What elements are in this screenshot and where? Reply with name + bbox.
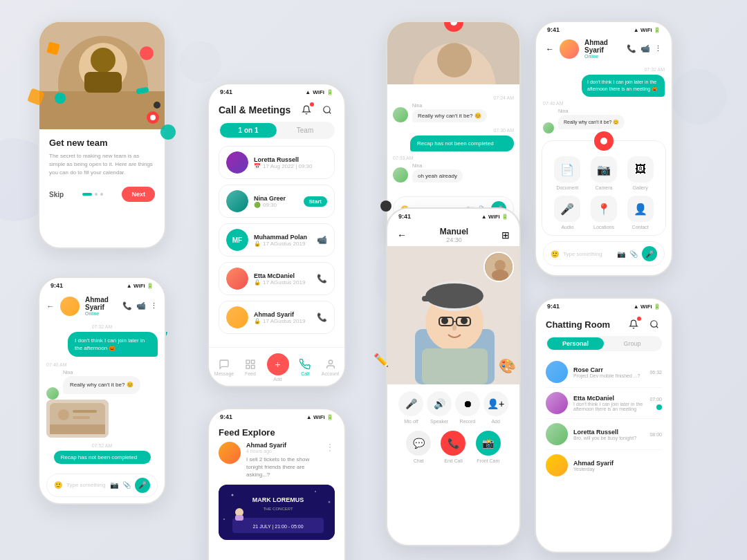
status-bar-8: 9:41 ▲ WiFi 🔋 [536,299,672,311]
feed-post-item[interactable]: Ahmad Syarif 4 hours ago I sell 2 ticket… [209,442,344,485]
back-btn[interactable]: ← [397,230,407,241]
meeting-tab-switcher: 1 on 1 Team [219,122,335,139]
feed-menu-icon[interactable]: ⋮ [325,442,335,453]
svg-rect-37 [422,296,436,301]
msg-received-1: Nina Really why can't it be? 😊 [46,370,158,399]
attach-audio[interactable]: 🎤 Audio [552,196,583,230]
attach-msg-nina: Nina Really why can't it be? 😊 [543,109,665,134]
chatroom-search-icon[interactable] [647,317,662,332]
tab-team[interactable]: Team [277,123,333,138]
attach-gallery[interactable]: 🖼 Gallery [625,156,656,190]
attach-mic-btn[interactable]: 🎤 [642,246,657,261]
etta-info: Etta McDaniel 🔒17 AGustus 2019 [254,272,311,286]
more-icon[interactable]: ⋮ [150,301,158,310]
phone-attachment-menu: 9:41 ▲ WiFi 🔋 ← Ahmad Syarif Online 📞 📹 … [535,21,673,277]
svg-rect-20 [73,416,90,419]
record-btn[interactable]: ⏺ Record [455,391,480,424]
meeting-item-etta[interactable]: Etta McDaniel 🔒17 AGustus 2019 📞 [219,262,335,295]
meeting-item-nina[interactable]: Nina Greer 🟢09:30 Start [219,185,335,218]
meeting-item-ahmad[interactable]: Ahmad Syarif 🔒17 AGustus 2019 📞 [219,301,335,334]
tab-personal[interactable]: Personal [547,337,604,350]
meeting-item-muhammad[interactable]: MF Muhammad Polan 🔒17 AGustus 2019 📹 [219,223,335,256]
notification-icon[interactable] [299,102,314,118]
loretta-avatar-8 [546,423,568,445]
small-video-overlay [483,252,514,282]
svg-point-7 [140,46,154,60]
attach-locations[interactable]: 📍 Locations [589,196,620,230]
nav-account[interactable]: Account [322,359,339,376]
svg-point-11 [324,106,330,113]
call-controls-row1: 🎤 Mic off 🔊 Speaker ⏺ Record 👤+ Add [387,384,519,428]
back-arrow[interactable]: ← [46,301,55,311]
caller-name: Manuel [407,227,501,236]
search-icon[interactable] [320,102,335,118]
bottom-navigation: Message Feed + Add Call Account [209,347,344,386]
attach-phone-icon[interactable]: 📞 [627,44,636,53]
attach-input-bar[interactable]: 🙂 Type something 📷 📎 🎤 [543,241,665,266]
add-person-btn[interactable]: 👤+ Add [483,391,508,424]
mic-off-btn[interactable]: 🎤 Mic off [398,391,423,424]
video-icon[interactable]: 📹 [136,301,146,310]
next-button[interactable]: Next [122,187,155,202]
contact-icon: 👤 [627,196,654,222]
nina-avatar [226,190,248,212]
attach-contact[interactable]: 👤 Contact [625,196,656,230]
chat-input[interactable]: Type something [66,482,106,488]
chat-btn[interactable]: 💬 Chat [406,431,431,463]
front-cam-btn[interactable]: 📸 Front Cam [476,431,501,463]
attach-camera[interactable]: 📷 Camera [589,156,620,190]
chatroom-title: Chatting Room [546,319,610,330]
nav-add[interactable]: + Add [267,353,289,382]
skip-link[interactable]: Skip [49,191,64,198]
attach-document[interactable]: 📄 Document [552,156,583,190]
svg-point-18 [58,409,69,420]
nav-feed[interactable]: Feed [245,359,256,376]
vc-msg-nina: Nina Really why can't it be? 😊 [393,103,514,122]
attach-header-icons: 📞 📹 ⋮ [627,44,662,53]
attach-input[interactable]: Type something [563,251,613,257]
attach-chat-messages: 07:32 AM I don't think I can join later … [536,63,672,140]
vc-time2: 07:30 AM [393,128,514,133]
end-call-btn[interactable]: 📞 End Call [441,431,465,463]
expand-btn[interactable]: ⊞ [501,230,510,241]
phone-chatting-room: 9:41 ▲ WiFi 🔋 Chatting Room Personal Gro… [535,297,673,553]
attach-video-icon[interactable]: 📹 [640,44,650,53]
chatroom-item-rose[interactable]: Rose Carr Project Dev mobile finished ..… [536,357,672,387]
chatroom-item-loretta[interactable]: Loretta Russell Bro, will you be busy to… [536,419,672,449]
etta-info-8: Etta McDaniel I don't think I can join l… [573,395,644,411]
speaker-btn[interactable]: 🔊 Speaker [427,391,452,424]
chatroom-item-etta[interactable]: Etta McDaniel I don't think I can join l… [536,388,672,418]
feed-poster-name: Ahmad Syarif [246,442,320,449]
svg-rect-19 [73,410,97,413]
phone-icon[interactable]: 📞 [122,301,132,310]
svg-point-34 [452,325,456,330]
status-bar-6: 9:41 ▲ WiFi 🔋 [209,409,344,422]
back-btn-7[interactable]: ← [546,44,554,54]
tab-1on1[interactable]: 1 on 1 [220,123,277,138]
chat-user-name: Ahmad Syarif [85,296,117,311]
feed-title: Feed Explore [209,422,344,442]
ahmad-info-8: Ahmad Syarif Yesterday [573,460,656,472]
call-duration: 24:30 [407,236,501,243]
meeting-item-loretta[interactable]: Loretta Russell 📅17 Aug 2022 | 09:30 [219,146,335,179]
chat-input-bar[interactable]: 🙂 Type something 📷 📎 🎤 [46,474,158,497]
nav-message[interactable]: Message [214,359,234,376]
chatroom-item-ahmad-8[interactable]: Ahmad Syarif Yesterday [536,450,672,480]
chatroom-notif-icon[interactable] [626,317,641,332]
nav-call[interactable]: Call [299,359,311,376]
attach-more-icon[interactable]: ⋮ [654,44,662,53]
tab-group[interactable]: Group [604,337,661,350]
msg-time-3: 07:52 AM [46,443,158,448]
svg-rect-52 [235,515,243,521]
attach-user-name: Ahmad Syarif [584,39,621,54]
chat-messages: 07:32 AM I don't think I can join later … [39,320,165,471]
vc-msg-sent: Recap has not been completed [410,136,514,151]
onboarding-description: The secret to making new team is as simp… [49,152,155,177]
add-button-nav[interactable]: + [267,353,289,375]
pagination-dots [82,193,103,196]
status-bar-3: 9:41 ▲ WiFi 🔋 [39,278,165,290]
start-badge[interactable]: Start [304,196,327,207]
deco-pencil: ✏️ [374,353,389,368]
svg-point-53 [651,321,657,327]
mic-button[interactable]: 🎤 [135,478,150,493]
